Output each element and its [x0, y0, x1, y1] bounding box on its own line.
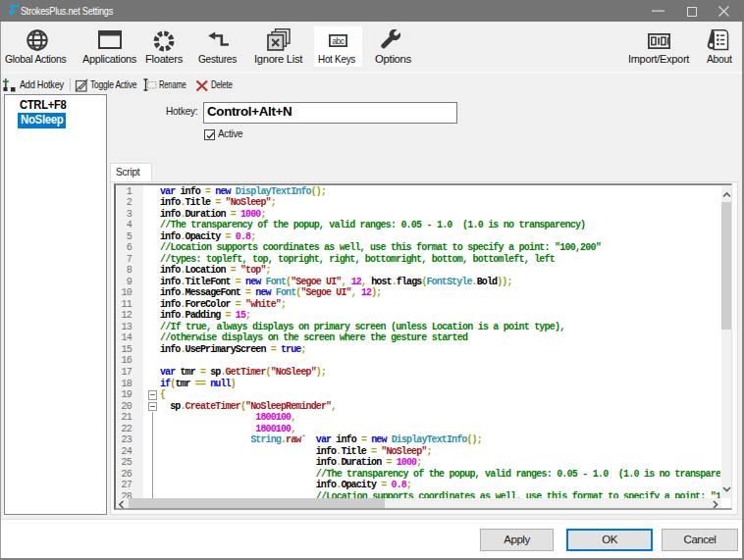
svg-text:abc: abc [332, 36, 345, 46]
